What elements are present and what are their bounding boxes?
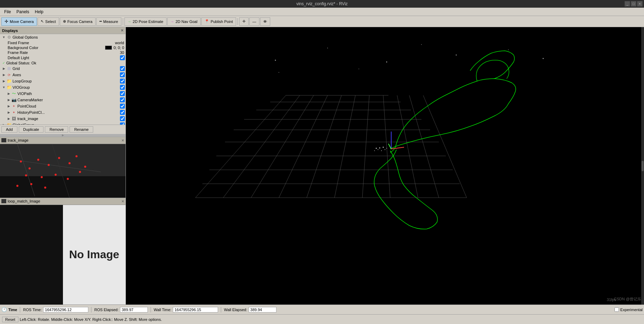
tree-item-fixed-frame[interactable]: Fixed Frame world [0,40,126,45]
wall-time-value[interactable] [173,307,218,313]
wall-elapsed-value[interactable] [249,307,276,313]
track-image-header: track_image ✕ [0,137,126,144]
scrollbar-thumb[interactable] [642,161,644,171]
tree-item-bg-color[interactable]: Background Color 0; 0; 0 [0,45,126,50]
window-controls[interactable]: _ □ × [625,1,643,7]
rename-button[interactable]: Rename [70,126,93,133]
svg-point-26 [421,44,422,45]
expand-pointcloud-icon: ▶ [6,104,11,108]
focus-camera-icon: ⊕ [63,19,66,24]
menu-panels[interactable]: Panels [14,9,32,15]
publish-point-button[interactable]: 📍 Publish Point [201,17,236,26]
tree-item-globalgroup[interactable]: ▶ 📁 GlobalGroup [0,122,126,125]
expand-axes-icon: ▶ [1,73,6,77]
viopath-checkbox[interactable] [120,91,125,96]
svg-point-24 [327,48,328,48]
default-light-checkbox[interactable] [120,55,125,60]
duplicate-button[interactable]: Duplicate [19,126,44,133]
displays-panel: Displays ✕ ▼ ⚙ Global Options Fixed Fram… [0,27,126,134]
maximize-button[interactable]: □ [631,1,636,7]
minus-button[interactable]: — [249,17,259,26]
frame-rate-value: 30 [120,50,124,55]
displays-buttons: Add Duplicate Remove Rename [0,125,126,134]
viopath-label: VIOPath [17,92,120,96]
toolbar: ✛ Move Camera ↖ Select ⊕ Focus Camera ━ … [0,16,644,27]
add-button[interactable]: Add [1,126,17,133]
viogroup-checkbox[interactable] [120,85,125,90]
displays-close-button[interactable]: ✕ [121,29,123,32]
measure-icon: ━ [99,19,102,24]
nav-goal-button[interactable]: → 2D Nav Goal [167,17,201,26]
3d-scene [126,27,644,305]
right-scrollbar[interactable] [641,27,644,305]
loop-match-right-image: No Image [63,205,126,305]
viogroup-folder-icon: 📁 [6,85,12,90]
tree-item-viogroup[interactable]: ▼ 📁 VIOGroup [0,84,126,90]
expand-viopath-icon: ▶ [6,92,11,95]
pointcloud-checkbox[interactable] [120,104,125,109]
pose-estimate-button[interactable]: → 2D Pose Estimate [124,17,167,26]
tree-item-viopath[interactable]: ▶ 〜 VIOPath [0,90,126,97]
track-image-label: track_image [17,117,120,121]
historypointcl-label: HistoryPointCl... [17,110,120,114]
tree-item-default-light[interactable]: Default Light [0,55,126,61]
menu-file[interactable]: File [1,9,14,15]
svg-point-18 [79,171,81,173]
3d-viewport[interactable]: CSDN @曾记乐 31fps [126,27,644,305]
bg-color-swatch[interactable] [105,46,112,50]
h-splitter[interactable]: ▶ [0,134,126,137]
tree-item-global-options[interactable]: ▼ ⚙ Global Options [0,34,126,40]
svg-point-17 [67,178,69,180]
measure-button[interactable]: ━ Measure [96,17,121,26]
publish-point-icon: 📍 [204,19,209,24]
track-image-panel: track_image ✕ [0,137,126,198]
reset-button[interactable]: Reset [2,317,18,322]
axes-checkbox[interactable] [120,72,125,77]
svg-point-27 [456,55,457,56]
global-status-label: Global Status: Ok [6,61,126,65]
eye-button[interactable]: 👁 [260,17,270,26]
ros-time-value[interactable] [43,307,88,313]
close-button[interactable]: × [637,1,643,7]
svg-point-12 [75,155,78,157]
menu-help[interactable]: Help [32,9,46,15]
tree-item-historypointcl[interactable]: ▶ ✦ HistoryPointCl... [0,109,126,116]
tree-item-cameramarker[interactable]: ▶ 📷 CameraMarker [0,97,126,103]
nav-goal-icon: → [170,19,174,24]
experimental-area: Experimental [614,307,643,312]
loop-match-content: No Image [0,205,126,305]
minimize-button[interactable]: _ [625,1,630,7]
wall-time-label: Wall Time: [154,308,171,312]
svg-point-8 [37,159,39,161]
track-image-checkbox[interactable] [120,116,125,121]
tree-item-grid[interactable]: ▶ ⊞ Grid [0,65,126,72]
loopgroup-checkbox[interactable] [120,79,125,84]
select-button[interactable]: ↖ Select [38,17,59,26]
svg-point-7 [29,167,31,169]
default-light-label: Default Light [8,56,120,60]
loopgroup-label: LoopGroup [13,79,120,83]
ros-elapsed-value[interactable] [120,307,148,313]
experimental-label: Experimental [620,308,643,312]
tree-item-pointcloud[interactable]: ▶ ✦ PointCloud [0,103,126,109]
loop-match-close-button[interactable]: ✕ [121,199,124,203]
svg-point-10 [58,157,60,159]
tree-item-global-status[interactable]: ✓ Global Status: Ok [0,61,126,65]
tree-item-loopgroup[interactable]: ▶ 📁 LoopGroup [0,78,126,84]
tree-item-track-image[interactable]: ▶ 🖼 track_image [0,116,126,122]
crosshair-button[interactable]: ✛ [239,17,249,26]
track-image-close-button[interactable]: ✕ [121,139,124,142]
move-camera-button[interactable]: ✛ Move Camera [1,17,37,26]
historypointcl-checkbox[interactable] [120,110,125,115]
svg-point-13 [84,166,86,168]
focus-camera-button[interactable]: ⊕ Focus Camera [60,17,96,26]
loop-match-panel-title: loop_match_Image [8,199,121,203]
menubar: File Panels Help [0,8,644,16]
cameramarker-checkbox[interactable] [120,97,125,102]
remove-button[interactable]: Remove [45,126,68,133]
tree-item-axes[interactable]: ▶ ⟳ Axes [0,72,126,78]
expand-historypointcl-icon: ▶ [6,111,11,114]
tree-item-frame-rate[interactable]: Frame Rate 30 [0,50,126,55]
experimental-checkbox[interactable] [614,307,619,312]
grid-checkbox[interactable] [120,66,125,71]
